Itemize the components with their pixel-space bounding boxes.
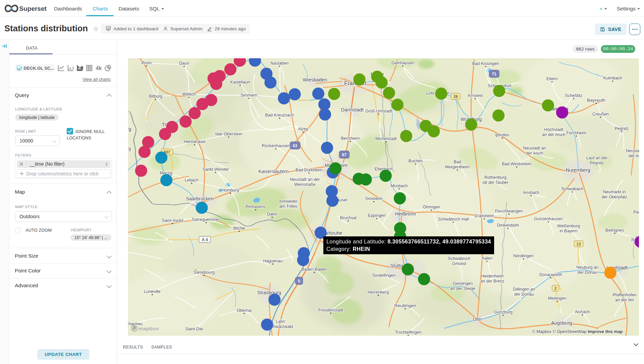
svg-text:Lebach: Lebach xyxy=(185,178,198,183)
svg-text:Neuburg an: Neuburg an xyxy=(576,265,598,270)
svg-text:Ebern: Ebern xyxy=(546,76,557,81)
svg-text:Schwäbisch Hall: Schwäbisch Hall xyxy=(438,217,469,222)
svg-text:Nuremberg: Nuremberg xyxy=(566,167,590,173)
svg-text:Scheßlitz: Scheßlitz xyxy=(565,93,582,98)
svg-text:A 4: A 4 xyxy=(202,237,208,242)
svg-text:Bad Windsheim: Bad Windsheim xyxy=(502,162,532,166)
svg-text:Wiesbaden: Wiesbaden xyxy=(303,77,327,82)
svg-text:Pegnitz: Pegnitz xyxy=(615,126,629,131)
svg-text:Idar-Oberstein: Idar-Oberstein xyxy=(215,132,242,136)
svg-text:Iphofen: Iphofen xyxy=(495,133,509,137)
svg-text:Bad Kissingen: Bad Kissingen xyxy=(472,61,499,66)
svg-text:Lunéville: Lunéville xyxy=(144,289,160,294)
svg-text:Aalen: Aalen xyxy=(482,256,492,261)
svg-text:der Aisch: der Aisch xyxy=(526,151,543,156)
svg-text:Annweiler: Annweiler xyxy=(279,199,298,204)
svg-text:Bitburg: Bitburg xyxy=(149,94,162,99)
svg-text:Weinstraße: Weinstraße xyxy=(294,182,316,187)
svg-text:Meitingen: Meitingen xyxy=(548,296,566,301)
svg-text:Arnstein: Arnstein xyxy=(468,93,483,98)
svg-text:Lauf an der: Lauf an der xyxy=(586,156,607,160)
svg-text:Dinkelsbühl: Dinkelsbühl xyxy=(497,223,519,228)
svg-text:Creußen: Creußen xyxy=(592,112,609,117)
svg-text:Daun: Daun xyxy=(179,61,189,66)
svg-text:Aichach: Aichach xyxy=(575,309,590,314)
svg-text:© Mapbox © OpenStreetMap Impro: © Mapbox © OpenStreetMap Improve this ma… xyxy=(532,329,623,334)
svg-text:an der Brenz: an der Brenz xyxy=(480,279,505,284)
svg-text:Dahn: Dahn xyxy=(267,212,277,217)
svg-text:Pegnitz: Pegnitz xyxy=(590,161,604,165)
svg-text:Gelnhausen: Gelnhausen xyxy=(391,61,414,65)
svg-text:Sindelfingen: Sindelfingen xyxy=(373,273,396,278)
svg-text:Bayreuth: Bayreuth xyxy=(587,98,605,103)
svg-text:Bensheim: Bensheim xyxy=(341,136,360,141)
svg-text:Sarreguemines: Sarreguemines xyxy=(192,217,221,222)
svg-text:Heidenheim: Heidenheim xyxy=(481,274,504,278)
svg-text:rg: rg xyxy=(128,126,131,132)
svg-text:in Bayern: in Bayern xyxy=(560,229,578,233)
svg-text:Mergentheim: Mergentheim xyxy=(445,165,470,169)
svg-text:Gunzenhausen: Gunzenhausen xyxy=(534,217,563,221)
svg-text:Sinsheim: Sinsheim xyxy=(365,196,382,201)
svg-text:Hermeskeil: Hermeskeil xyxy=(184,139,205,144)
svg-text:Sarrebourg: Sarrebourg xyxy=(194,270,215,275)
svg-text:Dillingen an: Dillingen an xyxy=(513,287,535,292)
svg-text:2: 2 xyxy=(554,286,557,291)
svg-text:am Trifels: am Trifels xyxy=(279,204,297,209)
svg-text:Rockenhausen: Rockenhausen xyxy=(262,143,290,148)
svg-text:Saint-Dié-: Saint-Dié- xyxy=(185,327,204,331)
svg-text:Neustadt an der: Neustadt an der xyxy=(290,177,320,182)
svg-text:Sankt Wendel: Sankt Wendel xyxy=(202,167,229,172)
svg-text:Ansbach: Ansbach xyxy=(523,190,540,195)
svg-text:Neustadt an: Neustadt an xyxy=(626,148,639,153)
svg-text:Haguenau: Haguenau xyxy=(263,259,283,263)
svg-text:Bad Dürkheim: Bad Dürkheim xyxy=(295,168,322,172)
svg-text:Par: Par xyxy=(633,210,639,214)
svg-text:Simmern: Simmern xyxy=(240,93,257,98)
svg-text:Gmünd: Gmünd xyxy=(452,261,466,266)
svg-text:Wittlich: Wittlich xyxy=(182,92,196,97)
svg-text:an der Aisch: an der Aisch xyxy=(542,132,566,137)
svg-text:Prüm: Prüm xyxy=(141,61,152,65)
svg-text:Höchstadt: Höchstadt xyxy=(544,127,564,132)
svg-text:Nastätten: Nastätten xyxy=(270,61,289,66)
svg-text:Reutlingen: Reutlingen xyxy=(394,303,416,308)
svg-text:Trochtelfingen: Trochtelfingen xyxy=(395,330,422,335)
svg-text:Geislingen: Geislingen xyxy=(453,281,473,286)
svg-text:Homburg: Homburg xyxy=(222,188,239,193)
svg-text:Bruchsal: Bruchsal xyxy=(340,216,357,220)
svg-text:an der Ilm: an der Ilm xyxy=(615,298,634,302)
svg-text:Beilngries: Beilngries xyxy=(606,228,624,233)
svg-text:Herrenberg: Herrenberg xyxy=(367,290,389,295)
svg-text:rg: rg xyxy=(128,146,131,151)
svg-text:Günzburg: Günzburg xyxy=(494,310,513,315)
svg-text:Ulm: Ulm xyxy=(473,317,482,322)
svg-text:67: 67 xyxy=(342,153,347,157)
svg-text:71: 71 xyxy=(492,72,496,76)
svg-text:Pirmasens: Pirmasens xyxy=(246,204,265,209)
svg-text:Mosbach: Mosbach xyxy=(391,184,408,188)
svg-text:Nördlingen: Nördlingen xyxy=(513,254,534,258)
svg-text:Eppingen: Eppingen xyxy=(368,213,386,218)
svg-text:Pfaffenhofen: Pfaffenhofen xyxy=(613,293,637,297)
svg-text:der Oberpfalz: der Oberpfalz xyxy=(602,195,627,199)
svg-text:der Donau: der Donau xyxy=(578,270,597,275)
svg-text:Bitche: Bitche xyxy=(233,226,245,231)
svg-text:Lahr/: Lahr/ xyxy=(276,319,286,324)
svg-text:Buchen: Buchen xyxy=(409,159,423,163)
svg-text:Öhringen: Öhringen xyxy=(423,205,440,209)
svg-text:26: 26 xyxy=(453,94,458,99)
svg-text:Neustadt an: Neustadt an xyxy=(523,146,546,151)
svg-text:Kaiserslautern: Kaiserslautern xyxy=(258,169,289,174)
svg-text:der Donau: der Donau xyxy=(514,292,534,297)
svg-text:Weißenburg: Weißenburg xyxy=(557,224,580,228)
svg-text:Obernai: Obernai xyxy=(237,308,252,313)
svg-text:63: 63 xyxy=(293,143,297,148)
svg-text:Feuchtwangen: Feuchtwangen xyxy=(495,209,523,213)
svg-text:4k: 4k xyxy=(96,65,102,71)
svg-text:Darmstadt: Darmstadt xyxy=(341,107,364,112)
svg-text:Forchheim: Forchheim xyxy=(566,131,586,135)
svg-text:der Aisch: der Aisch xyxy=(629,154,639,158)
svg-text:Saarbrücken: Saarbrücken xyxy=(186,196,214,201)
svg-text:Michelstadt: Michelstadt xyxy=(375,136,397,141)
